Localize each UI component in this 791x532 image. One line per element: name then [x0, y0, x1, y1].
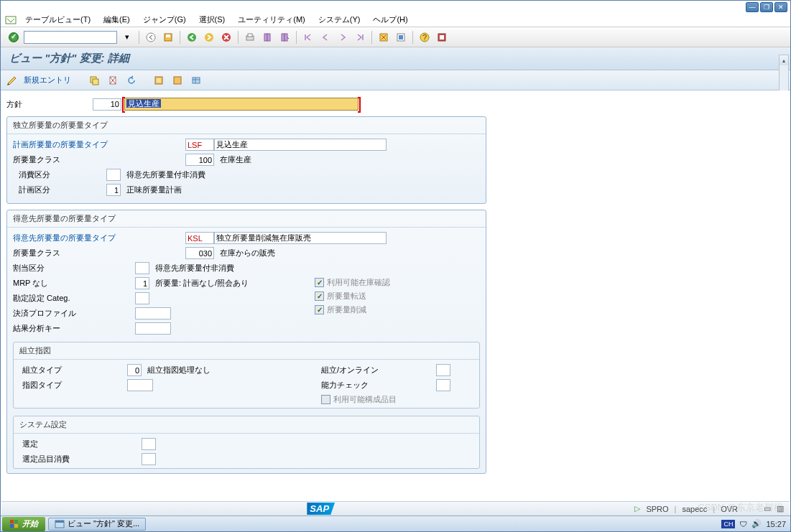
cmd-dropdown-icon[interactable]: ▾: [120, 30, 134, 45]
taskbar: 开始 ビュー "方針" 変更... CH 🛡 🔊 15:27: [1, 515, 790, 531]
sap-menu-icon[interactable]: [4, 14, 18, 26]
customer-req-group: 得意先所要量の所要量タイプ 得意先所要量の所要量タイプ 所要量クラス 在庫からの…: [6, 210, 486, 474]
layout-icon[interactable]: [435, 30, 449, 45]
svg-point-1: [147, 33, 155, 42]
mrp-desc: 所要量: 計画なし/照会あり: [155, 278, 249, 289]
nav-icon[interactable]: ▷: [634, 504, 640, 513]
svg-text:?: ?: [422, 33, 427, 42]
copy-icon[interactable]: [87, 73, 101, 88]
cust-class-label: 所要量クラス: [13, 248, 185, 258]
close-button[interactable]: ✕: [774, 2, 787, 12]
change-icon[interactable]: [5, 73, 19, 88]
policy-label: 方針: [6, 99, 93, 110]
assembly-title: 組立指図: [14, 342, 479, 360]
find-icon[interactable]: [260, 30, 274, 45]
command-field[interactable]: [24, 31, 117, 44]
settle-field[interactable]: [135, 307, 171, 319]
menu-jump[interactable]: ジャンプ(G): [137, 13, 192, 27]
page-title: ビュー "方針" 変更: 詳細: [9, 52, 129, 64]
cust-type-label[interactable]: 得意先所要量の所要量タイプ: [13, 233, 185, 243]
first-page-icon[interactable]: [301, 30, 315, 45]
cancel-icon[interactable]: [219, 30, 233, 45]
variant-icon[interactable]: [189, 73, 203, 88]
status-dropdown-icon[interactable]: ▥: [777, 504, 784, 513]
deselect-icon[interactable]: [170, 73, 185, 88]
chk3-label: 所要量削減: [327, 304, 366, 315]
back-green-icon[interactable]: [185, 30, 199, 45]
start-button[interactable]: 开始: [2, 517, 45, 531]
menu-edit[interactable]: 編集(E): [98, 13, 136, 27]
mrp-label: MRP なし: [13, 278, 135, 289]
mrp-field[interactable]: [135, 277, 149, 289]
title-area: ビュー "方針" 変更: 詳細: [1, 47, 790, 70]
online-field[interactable]: [436, 364, 450, 376]
menu-help[interactable]: ヘルプ(H): [367, 13, 413, 27]
maximize-button[interactable]: ❐: [760, 2, 773, 12]
tray-icon-1[interactable]: 🛡: [739, 520, 747, 528]
clock: 15:27: [766, 520, 786, 528]
layout-menu-icon[interactable]: ▭: [764, 504, 771, 513]
svg-rect-34: [55, 521, 64, 523]
cust-type-code-field[interactable]: [185, 232, 214, 244]
plan-type-code-field[interactable]: [185, 139, 214, 151]
result-field[interactable]: [135, 322, 171, 335]
menu-utility[interactable]: ユーティリティ(M): [232, 13, 311, 27]
req-class-code-field[interactable]: [185, 154, 214, 166]
plan-seg-field[interactable]: [106, 184, 121, 196]
enter-button[interactable]: [6, 30, 21, 45]
svg-rect-10: [267, 34, 270, 41]
menu-system[interactable]: システム(Y): [313, 13, 366, 27]
alloc-field[interactable]: [135, 262, 149, 274]
policy-desc-field[interactable]: 見込生産: [124, 98, 359, 111]
sel-field[interactable]: [142, 438, 156, 450]
otype-field[interactable]: [127, 379, 153, 391]
scroll-up-icon[interactable]: ▴: [780, 55, 788, 65]
status-tcode: SPRO: [646, 505, 668, 513]
minimize-button[interactable]: —: [746, 2, 759, 12]
svg-rect-32: [14, 524, 18, 528]
atype-field[interactable]: [127, 364, 142, 376]
chk2-label: 所要量転送: [327, 291, 366, 302]
chk1-label: 利用可能在庫確認: [327, 277, 390, 288]
sap-window-icon: [55, 520, 65, 528]
cust-class-code-field[interactable]: [185, 247, 214, 259]
svg-rect-26: [193, 78, 200, 83]
exit-icon[interactable]: [202, 30, 216, 45]
last-page-icon[interactable]: [353, 30, 367, 45]
new-entry-link[interactable]: 新規エントリ: [24, 75, 71, 85]
sel-item-field[interactable]: [142, 453, 156, 465]
consume-field[interactable]: [106, 169, 121, 181]
tray-icon-2[interactable]: 🔊: [751, 519, 762, 528]
plan-type-desc-field[interactable]: [214, 139, 387, 151]
svg-rect-11: [282, 34, 285, 41]
select-all-icon[interactable]: [152, 73, 166, 88]
menu-table-view[interactable]: テーブルビュー(T): [19, 13, 96, 27]
cust-type-desc-field[interactable]: [214, 232, 387, 244]
cap-field[interactable]: [436, 379, 450, 391]
prev-page-icon[interactable]: [318, 30, 333, 45]
new-session-icon[interactable]: [376, 30, 391, 45]
req-class-desc: 在庫生産: [220, 154, 251, 165]
shortcut-icon[interactable]: [394, 30, 408, 45]
back-icon[interactable]: [144, 30, 158, 45]
print-icon[interactable]: [243, 30, 257, 45]
policy-code-field[interactable]: [93, 98, 121, 111]
svg-point-4: [188, 33, 196, 42]
acct-field[interactable]: [135, 292, 149, 304]
undo-icon[interactable]: [124, 73, 139, 88]
status-system: sapecc: [682, 505, 707, 513]
plan-seg-label: 計画区分: [13, 185, 106, 195]
menu-select[interactable]: 選択(S): [193, 13, 231, 27]
sap-logo: SAP: [307, 503, 335, 515]
help-icon[interactable]: ?: [417, 30, 432, 45]
find-next-icon[interactable]: [277, 30, 292, 45]
save-icon[interactable]: [161, 30, 175, 45]
status-mode: OVR: [721, 505, 738, 513]
lang-indicator[interactable]: CH: [721, 520, 735, 528]
plan-type-label[interactable]: 計画所要量の所要量タイプ: [13, 139, 185, 150]
delete-icon[interactable]: [106, 73, 120, 88]
system-title: システム設定: [14, 416, 479, 434]
next-page-icon[interactable]: [336, 30, 350, 45]
svg-rect-30: [14, 520, 18, 523]
task-button-1[interactable]: ビュー "方針" 変更...: [48, 518, 146, 531]
